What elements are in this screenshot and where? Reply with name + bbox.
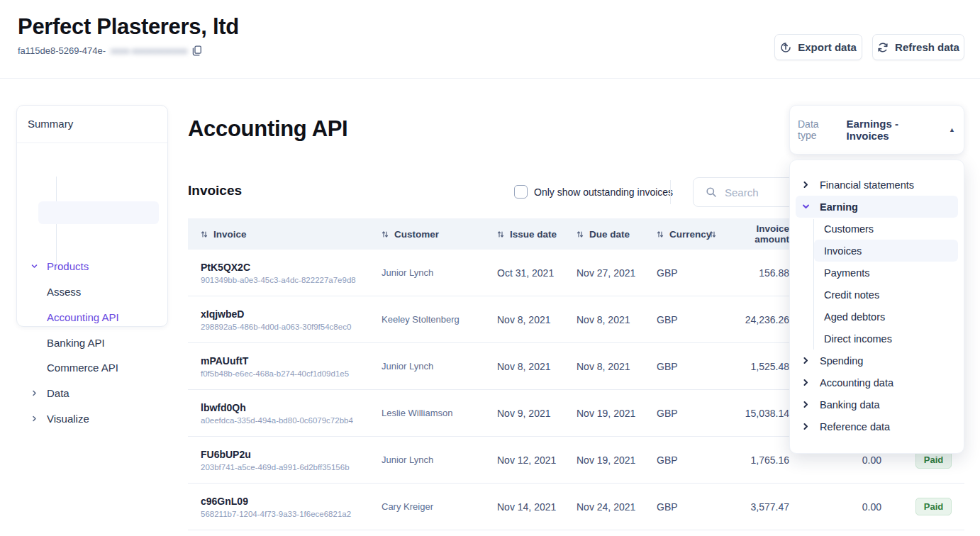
currency-cell: GBP (644, 408, 709, 419)
dropdown-item-accounting-data[interactable]: Accounting data (796, 372, 958, 393)
sidebar-data-label: Data (47, 387, 69, 399)
section-title: Invoices (188, 183, 242, 199)
export-data-label: Export data (798, 41, 857, 53)
dropdown-item-label: Customers (824, 223, 874, 235)
sidebar-item-data[interactable]: Data (30, 387, 69, 399)
column-header-customer[interactable]: Customer (369, 229, 484, 240)
due-date-cell: Nov 19, 2021 (564, 454, 644, 466)
invoice-amount-cell: 1,765.16 (709, 454, 791, 466)
column-header-invoice[interactable]: Invoice (188, 229, 369, 240)
currency-cell: GBP (644, 454, 709, 466)
sidebar-item-products[interactable]: Products (30, 260, 89, 272)
currency-cell: GBP (644, 501, 709, 513)
data-type-select[interactable]: Data type Earnings - Invoices ▲ (789, 105, 964, 155)
outstanding-invoices-checkbox[interactable] (514, 185, 528, 199)
invoice-id: a0eefdca-335d-494a-bd80-0c6079c72bb4 (201, 416, 369, 425)
table-row[interactable]: c96GnL09 568211b7-1204-4f73-9a33-1f6ece6… (188, 484, 964, 530)
column-label: Due date (589, 229, 630, 240)
company-id-prefix: fa115de8-5269-474e- (18, 45, 106, 56)
sidebar-item-assess[interactable]: Assess (47, 286, 81, 298)
sidebar: Summary Products Assess Accounting API B… (16, 105, 168, 327)
copy-icon[interactable] (192, 45, 202, 56)
dropdown-item-label: Earning (820, 201, 858, 213)
invoice-amount-cell: 15,038.14 (709, 408, 791, 419)
dropdown-item-earning[interactable]: Earning (796, 196, 958, 218)
due-date-cell: Nov 24, 2021 (564, 501, 644, 513)
customer-cell: Junior Lynch (369, 267, 484, 278)
customer-cell: Cary Kreiger (369, 501, 484, 512)
invoice-code: c96GnL09 (201, 496, 369, 507)
export-icon (780, 42, 791, 53)
amount-due-cell: 0.00 (791, 454, 883, 466)
invoice-id: f0f5b48b-e6ec-468a-b274-40cf1d09d1e5 (201, 369, 369, 378)
data-type-dropdown: Financial statements Earning Customers I… (789, 160, 964, 454)
outstanding-invoices-label[interactable]: Only show outstanding invoices (534, 186, 673, 198)
issue-date-cell: Nov 9, 2021 (484, 408, 564, 419)
sort-icon (382, 230, 389, 238)
dropdown-item-spending[interactable]: Spending (796, 350, 958, 372)
status-cell: Paid (883, 498, 964, 515)
invoice-amount-cell: 24,236.26 (709, 314, 791, 325)
due-date-cell: Nov 8, 2021 (564, 314, 644, 325)
data-type-label: Data type (798, 118, 840, 141)
column-header-issue-date[interactable]: Issue date (484, 229, 564, 240)
issue-date-cell: Nov 14, 2021 (484, 501, 564, 513)
sidebar-item-commerce-api[interactable]: Commerce API (47, 362, 118, 374)
dropdown-item-label: Invoices (824, 245, 862, 257)
chevron-down-icon (802, 203, 810, 211)
currency-cell: GBP (644, 267, 709, 279)
sidebar-active-highlight (38, 201, 159, 224)
sidebar-divider (17, 143, 167, 143)
dropdown-item-financial-statements[interactable]: Financial statements (796, 174, 958, 196)
dropdown-item-label: Spending (820, 355, 863, 367)
invoice-cell: mPAUuftT f0f5b48b-e6ec-468a-b274-40cf1d0… (188, 355, 369, 378)
due-date-cell: Nov 19, 2021 (564, 408, 644, 419)
dropdown-item-banking-data[interactable]: Banking data (796, 393, 958, 415)
sort-icon (657, 230, 664, 238)
invoice-code: FU6bUP2u (201, 449, 369, 460)
due-date-cell: Nov 27, 2021 (564, 267, 644, 279)
issue-date-cell: Nov 8, 2021 (484, 314, 564, 325)
company-name: Perfect Plasterers, ltd (18, 14, 239, 40)
sidebar-item-visualize[interactable]: Visualize (30, 413, 89, 425)
chevron-right-icon (802, 357, 810, 364)
column-label: Invoice amount (722, 223, 789, 245)
column-header-currency[interactable]: Currency (644, 229, 709, 240)
customer-cell: Keeley Stoltenberg (369, 314, 484, 325)
column-header-due-date[interactable]: Due date (564, 229, 644, 240)
invoice-cell: c96GnL09 568211b7-1204-4f73-9a33-1f6ece6… (188, 496, 369, 518)
dropdown-item-invoices[interactable]: Invoices (814, 240, 958, 262)
sidebar-assess-label: Assess (47, 286, 81, 298)
chevron-down-icon (30, 262, 38, 270)
column-label: Customer (394, 229, 439, 240)
invoice-code: mPAUuftT (201, 355, 369, 367)
dropdown-item-label: Reference data (820, 421, 890, 432)
sidebar-item-accounting-api[interactable]: Accounting API (47, 311, 119, 323)
sidebar-item-summary[interactable]: Summary (28, 118, 73, 130)
dropdown-item-label: Payments (824, 267, 869, 279)
export-data-button[interactable]: Export data (774, 34, 862, 60)
invoice-cell: lbwfd0Qh a0eefdca-335d-494a-bd80-0c6079c… (188, 402, 369, 425)
refresh-data-label: Refresh data (895, 41, 959, 53)
sidebar-item-banking-api[interactable]: Banking API (47, 337, 105, 349)
dropdown-item-label: Financial statements (820, 179, 914, 191)
search-icon (706, 186, 717, 198)
dropdown-item-direct-incomes[interactable]: Direct incomes (814, 328, 958, 350)
invoice-id: 203bf741-a5ce-469d-a991-6d2bff35156b (201, 463, 369, 471)
dropdown-item-customers[interactable]: Customers (814, 218, 958, 240)
dropdown-item-reference-data[interactable]: Reference data (796, 415, 958, 437)
dropdown-item-aged-debtors[interactable]: Aged debtors (814, 306, 958, 328)
refresh-data-button[interactable]: Refresh data (872, 34, 964, 60)
customer-cell: Junior Lynch (369, 361, 484, 372)
invoice-cell: FU6bUP2u 203bf741-a5ce-469d-a991-6d2bff3… (188, 449, 369, 471)
dropdown-item-credit-notes[interactable]: Credit notes (814, 284, 958, 306)
customer-cell: Junior Lynch (369, 454, 484, 465)
column-header-invoice-amount[interactable]: Invoice amount (709, 223, 791, 245)
collapse-caret-icon: ▲ (949, 126, 955, 133)
sidebar-products-label: Products (47, 260, 89, 272)
sort-icon (577, 230, 584, 238)
currency-cell: GBP (644, 361, 709, 372)
dropdown-item-payments[interactable]: Payments (814, 262, 958, 284)
sidebar-visualize-label: Visualize (47, 413, 89, 425)
refresh-icon (877, 42, 889, 53)
